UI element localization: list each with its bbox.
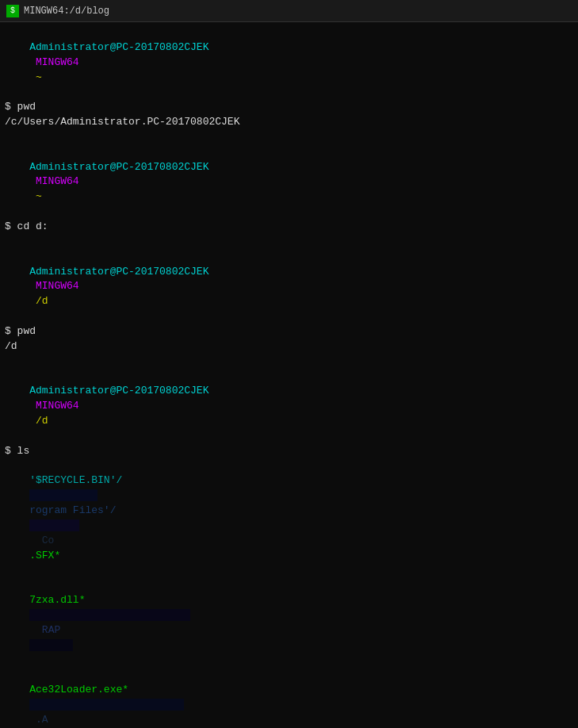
cmd-line-3: $ pwd [5,324,573,339]
prompt-line-3: Administrator@PC-20170802CJEK MINGW64 /d [5,250,573,324]
output-2: /d [5,339,573,354]
blank-2 [5,235,573,250]
prompt-line-2: Administrator@PC-20170802CJEK MINGW64 ~ [5,145,573,220]
output-1: /c/Users/Administrator.PC-20170802CJEK [5,115,573,130]
prompt-user: Administrator@PC-20170802CJEK [29,41,209,53]
prompt-line-4: Administrator@PC-20170802CJEK MINGW64 /d [5,369,573,443]
ls-row-3: Ace32Loader.exe* .A [5,668,573,728]
ls-row-2: 7zxa.dll* RAP [5,578,573,668]
terminal-icon: $ [6,5,19,17]
title-bar: $ MINGW64:/d/blog [0,0,578,22]
cmd-line-4: $ ls [5,444,573,459]
prompt-path: ~ [29,71,42,83]
cmd-line-1: $ pwd [5,100,573,115]
prompt-shell: MINGW64 [29,56,78,68]
blank-1 [5,130,573,145]
cmd-line-2: $ cd d: [5,220,573,235]
terminal: Administrator@PC-20170802CJEK MINGW64 ~ … [0,22,578,728]
ls-row-1: '$RECYCLE.BIN'/ rogram Files'/ Co .SFX* [5,458,573,578]
prompt-line-1: Administrator@PC-20170802CJEK MINGW64 ~ [5,25,573,100]
blank-3 [5,354,573,370]
title-bar-text: MINGW64:/d/blog [24,6,109,17]
